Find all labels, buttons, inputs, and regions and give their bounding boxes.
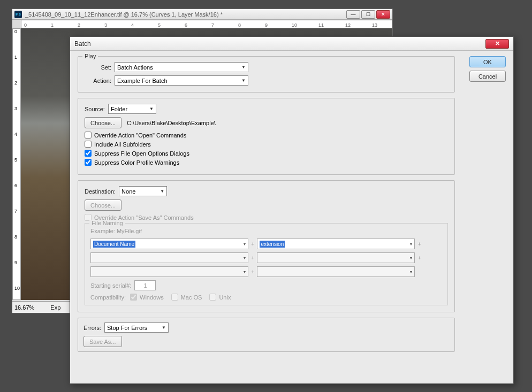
- dialog-titlebar: Batch ✕: [70, 37, 513, 51]
- doc-titlebar: Ps _5145408_09_10_11_12Enhancer.tif @ 16…: [12, 9, 392, 20]
- compat-windows-checkbox: Windows: [130, 294, 164, 301]
- source-fieldset: Source: Folder▼ Choose... C:\Users\Blake…: [78, 98, 455, 175]
- destination-choose-button: Choose...: [85, 199, 121, 211]
- chevron-down-icon: ▼: [241, 78, 246, 83]
- minimize-button[interactable]: —: [346, 10, 360, 19]
- cancel-button[interactable]: Cancel: [469, 71, 506, 82]
- source-path: C:\Users\Blake\Desktop\Example\: [127, 120, 216, 126]
- chevron-down-icon: ▼: [241, 65, 246, 70]
- photoshop-icon: Ps: [14, 11, 22, 18]
- ruler-vertical: 01 23 45 67 89 10: [12, 28, 21, 300]
- chevron-down-icon: ▼: [149, 106, 154, 111]
- override-open-checkbox[interactable]: Override Action "Open" Commands: [85, 132, 448, 139]
- errors-saveas-button: Save As...: [83, 336, 122, 347]
- play-fieldset: Play Set: Batch Actions▼ Action: Example…: [78, 56, 455, 93]
- chevron-down-icon: ▼: [160, 189, 164, 194]
- maximize-button[interactable]: ☐: [361, 10, 375, 19]
- status-text: Exp: [50, 304, 60, 311]
- chevron-down-icon: ▾: [244, 270, 246, 274]
- play-legend: Play: [82, 53, 98, 59]
- file-naming-fieldset: File Naming Example: MyFile.gif Document…: [85, 223, 448, 305]
- naming-field-4: ▾: [257, 252, 415, 263]
- close-button[interactable]: ✕: [376, 10, 390, 19]
- serial-input: [134, 280, 156, 290]
- naming-field-2: extension▾: [257, 239, 415, 249]
- naming-example: Example: MyFile.gif: [90, 228, 442, 234]
- ok-button[interactable]: OK: [469, 56, 506, 67]
- naming-field-5: ▾: [90, 266, 248, 277]
- errors-dropdown[interactable]: Stop For Errors▼: [104, 322, 169, 333]
- ruler-horizontal: 01 23 45 67 89 1011 1213: [21, 20, 392, 28]
- set-label: Set:: [85, 64, 111, 71]
- errors-label: Errors:: [83, 325, 101, 331]
- doc-title: _5145408_09_10_11_12Enhancer.tif @ 16.7%…: [25, 11, 346, 18]
- file-naming-legend: File Naming: [89, 220, 125, 226]
- action-dropdown[interactable]: Example For Batch▼: [115, 75, 248, 86]
- naming-field-6: ▾: [257, 266, 415, 277]
- serial-label: Starting serial#:: [90, 282, 131, 289]
- compat-label: Compatibility:: [90, 294, 126, 301]
- naming-field-3: ▾: [90, 252, 248, 263]
- source-label: Source:: [85, 106, 105, 112]
- chevron-down-icon: ▾: [244, 256, 246, 260]
- compat-unix-checkbox: Unix: [209, 294, 231, 301]
- chevron-down-icon: ▾: [410, 270, 412, 274]
- destination-fieldset: Destination: None▼ Choose... Override Ac…: [78, 180, 455, 312]
- chevron-down-icon: ▾: [410, 242, 412, 247]
- override-saveas-checkbox: Override Action "Save As" Commands: [85, 214, 448, 221]
- compat-macos-checkbox: Mac OS: [171, 294, 202, 301]
- chevron-down-icon: ▼: [162, 325, 166, 330]
- set-dropdown[interactable]: Batch Actions▼: [115, 62, 248, 72]
- dialog-close-button[interactable]: ✕: [485, 39, 509, 49]
- chevron-down-icon: ▾: [244, 242, 246, 247]
- suppress-color-warnings-checkbox[interactable]: Suppress Color Profile Warnings: [85, 159, 448, 166]
- destination-label: Destination:: [85, 188, 116, 195]
- chevron-down-icon: ▾: [410, 256, 412, 260]
- naming-field-1: Document Name▾: [90, 239, 248, 249]
- dialog-title: Batch: [74, 40, 485, 48]
- source-dropdown[interactable]: Folder▼: [108, 104, 156, 114]
- include-subfolders-checkbox[interactable]: Include All Subfolders: [85, 141, 448, 148]
- destination-dropdown[interactable]: None▼: [119, 186, 167, 196]
- suppress-open-dialogs-checkbox[interactable]: Suppress File Open Options Dialogs: [85, 150, 448, 157]
- source-choose-button[interactable]: Choose...: [85, 117, 121, 128]
- batch-dialog: Batch ✕ OK Cancel Play Set: Batch Action…: [70, 36, 514, 384]
- errors-fieldset: Errors: Stop For Errors▼ Save As...: [78, 318, 455, 352]
- zoom-value: 16.67%: [14, 304, 34, 311]
- action-label: Action:: [85, 78, 111, 84]
